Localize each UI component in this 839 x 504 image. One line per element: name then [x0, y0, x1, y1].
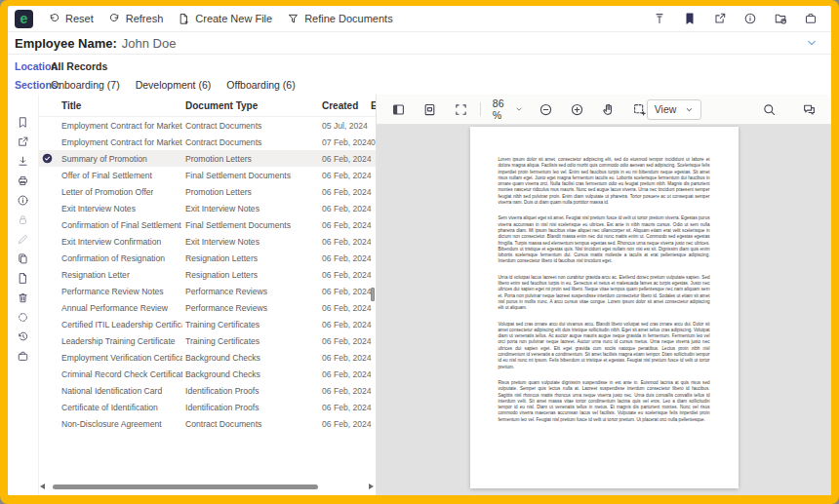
- table-row[interactable]: Resignation LetterResignation Letters06 …: [39, 266, 376, 283]
- cell-created: 06 Feb, 2024: [322, 287, 372, 296]
- pan-icon[interactable]: [601, 102, 616, 117]
- table-row[interactable]: Summary of PromotionPromotion Letters06 …: [39, 150, 376, 167]
- cell-created: 06 Feb, 2024: [322, 187, 372, 197]
- chevron-down-icon: [685, 105, 694, 114]
- pin-icon[interactable]: [653, 12, 666, 25]
- download-icon[interactable]: [17, 155, 29, 168]
- comments-icon[interactable]: [802, 102, 817, 117]
- toolbar-button-label: Refine Documents: [304, 13, 393, 24]
- printer-icon[interactable]: [17, 174, 29, 187]
- top-toolbar: e ResetRefreshCreate New FileRefine Docu…: [8, 6, 831, 32]
- cell-title: Performance Review Notes: [61, 287, 164, 296]
- share-icon[interactable]: [713, 12, 727, 25]
- info-icon[interactable]: [743, 12, 757, 25]
- viewer-panel: 86 % View Lorem ipsum dolor sit amet, co…: [376, 95, 831, 495]
- cell-created: 06 Feb, 2024: [322, 204, 372, 213]
- scroll-left-arrow[interactable]: [40, 484, 45, 489]
- vertical-scrollbar-thumb[interactable]: [371, 288, 375, 301]
- cell-document-type: Background Checks: [185, 353, 260, 363]
- bookmark-filled-icon[interactable]: [683, 12, 697, 25]
- scroll-right-arrow[interactable]: [369, 484, 374, 489]
- cell-created: 06 Feb, 2024: [322, 386, 372, 396]
- zoom-in-icon[interactable]: [570, 102, 584, 117]
- table-row[interactable]: Criminal Record Check CertificateBackgro…: [39, 366, 376, 382]
- table-row[interactable]: Offer of Final SettlementFinal Settlemen…: [39, 167, 376, 183]
- document-paragraph: Volutpat sed cras ornare arcu dui vivamu…: [499, 322, 710, 370]
- search-icon[interactable]: [762, 102, 777, 117]
- column-header[interactable]: Document Type: [185, 100, 258, 111]
- table-row[interactable]: Certified ITIL Leadership CertificateTra…: [39, 316, 376, 332]
- file-plus-icon: [178, 13, 190, 25]
- table-row[interactable]: Performance Review NotesPerformance Revi…: [39, 283, 376, 299]
- toolbar-button-label: Create New File: [195, 13, 272, 24]
- viewer-canvas[interactable]: Lorem ipsum dolor sit amet, consectetur …: [377, 125, 831, 495]
- reset-button[interactable]: Reset: [48, 13, 94, 25]
- column-header[interactable]: Created: [322, 100, 358, 111]
- cell-title: Leadership Training Certificate: [61, 336, 176, 346]
- check-circle-icon: [42, 153, 53, 164]
- refresh-button[interactable]: Refresh: [108, 13, 164, 25]
- cell-title: Annual Performance Review: [61, 303, 168, 313]
- main-area: TitleDocument TypeCreatedE Employment Co…: [8, 95, 831, 495]
- share-icon[interactable]: [17, 136, 29, 148]
- table-header: TitleDocument TypeCreatedE: [39, 95, 376, 117]
- horizontal-scrollbar-thumb[interactable]: [53, 485, 318, 489]
- table-row[interactable]: Confirmation of ResignationResignation L…: [39, 250, 376, 266]
- copy-icon[interactable]: [17, 252, 29, 265]
- refine-documents-button[interactable]: Refine Documents: [287, 13, 393, 25]
- view-dropdown[interactable]: View: [647, 99, 701, 120]
- zoom-level-dropdown[interactable]: 86 %: [493, 97, 523, 121]
- cell-title: Employment Contract for Marketing...: [61, 121, 182, 131]
- briefcase-icon[interactable]: [17, 350, 29, 363]
- cell-title: Resignation Letter: [61, 270, 130, 280]
- table-row[interactable]: Leadership Training CertificateTraining …: [39, 332, 376, 349]
- cell-document-type: Exit Interview Notes: [185, 237, 260, 247]
- bookmark-outline-icon[interactable]: [17, 116, 29, 129]
- panel-toggle-icon[interactable]: [391, 102, 406, 117]
- table-row[interactable]: Employment Contract for Marketing...Cont…: [39, 134, 376, 150]
- table-row[interactable]: Certificate of IdentificationIdentificat…: [39, 399, 376, 415]
- toolbar-divider: [480, 102, 481, 116]
- marquee-icon[interactable]: [632, 102, 647, 117]
- briefcase-icon[interactable]: [804, 12, 818, 25]
- page-preview-icon[interactable]: [422, 102, 437, 117]
- section-development[interactable]: Development (6): [136, 79, 212, 91]
- table-row[interactable]: Employment Verification CertificateBackg…: [39, 349, 376, 366]
- table-row[interactable]: Exit Interview ConfirmationExit Intervie…: [39, 233, 376, 250]
- sync-icon[interactable]: [17, 311, 29, 324]
- fullscreen-icon[interactable]: [454, 102, 468, 117]
- zoom-out-icon[interactable]: [539, 102, 553, 117]
- trash-icon[interactable]: [17, 291, 29, 304]
- document-page: Lorem ipsum dolor sit amet, consectetur …: [470, 127, 739, 488]
- refine-icon: [287, 13, 300, 25]
- app-frame: e ResetRefreshCreate New FileRefine Docu…: [0, 0, 839, 504]
- table-row[interactable]: Confirmation of Final SettlementFinal Se…: [39, 216, 376, 233]
- column-header[interactable]: Title: [61, 100, 81, 111]
- cell-created: 06 Feb, 2024: [322, 353, 372, 363]
- cell-expiry: 07: [371, 137, 376, 147]
- toolbar-buttons: ResetRefreshCreate New FileRefine Docume…: [48, 13, 393, 25]
- table-row[interactable]: National Identification CardIdentificati…: [39, 382, 376, 399]
- documents-panel: TitleDocument TypeCreatedE Employment Co…: [8, 95, 376, 495]
- cell-title: Exit Interview Notes: [61, 204, 136, 213]
- chevron-down-icon[interactable]: [806, 37, 818, 49]
- undo-icon: [48, 13, 60, 25]
- cell-document-type: Resignation Letters: [185, 270, 258, 280]
- table-row[interactable]: Annual Performance ReviewPerformance Rev…: [39, 299, 376, 316]
- cell-document-type: Promotion Letters: [185, 187, 252, 197]
- table-row[interactable]: Letter of Promotion OfferPromotion Lette…: [39, 183, 376, 200]
- table-row[interactable]: Non-Disclosure AgreementContract Documen…: [39, 415, 376, 432]
- table-row[interactable]: Employment Contract for Marketing...Cont…: [39, 117, 376, 134]
- section-onboarding[interactable]: Onboarding (7): [51, 79, 120, 91]
- page-icon[interactable]: [17, 272, 29, 285]
- table-row[interactable]: Exit Interview NotesExit Interview Notes…: [39, 200, 376, 216]
- cell-title: Confirmation of Final Settlement: [61, 220, 181, 230]
- folder-sync-icon[interactable]: [774, 12, 787, 25]
- section-offboarding[interactable]: Offboarding (6): [226, 79, 295, 91]
- pencil-icon: [17, 233, 29, 246]
- info-icon[interactable]: [17, 194, 29, 207]
- create-new-file-button[interactable]: Create New File: [178, 13, 272, 25]
- refresh-icon: [108, 13, 121, 25]
- column-header[interactable]: E: [371, 100, 376, 111]
- history-icon[interactable]: [17, 330, 29, 343]
